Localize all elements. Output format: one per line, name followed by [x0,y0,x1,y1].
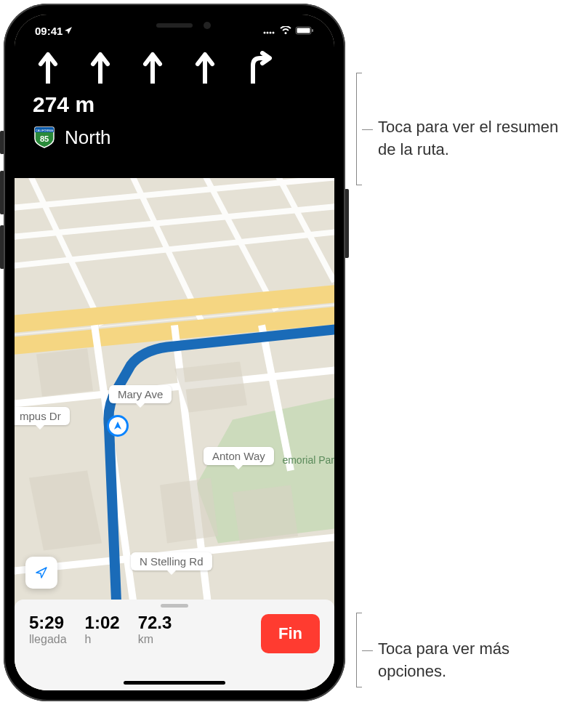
direction-info: CALIFORNIA 85 North [33,126,316,149]
arrival-stat: 5:29 llegada [29,613,67,646]
distance-stat: 72.3 km [138,613,172,646]
heading-arrow-icon [113,421,123,431]
svg-marker-15 [36,349,93,397]
panel-grabber[interactable] [161,604,188,608]
svg-text:85: 85 [40,134,49,143]
status-time: 09:41 [35,25,73,37]
trip-stats: 5:29 llegada 1:02 h 72.3 km [29,613,261,646]
lane-straight-icon [36,51,60,84]
time-value: 09:41 [35,25,63,37]
end-button[interactable]: Fin [261,614,320,653]
street-label: Anton Way [204,447,274,465]
location-arrow-icon [34,565,49,580]
home-indicator[interactable] [124,681,225,685]
lane-straight-icon [193,51,217,84]
arrival-time: 5:29 [29,613,67,633]
svg-point-0 [264,32,266,34]
cellular-icon [263,26,276,35]
battery-icon [295,26,314,35]
phone-frame: 09:41 [4,4,345,701]
lane-turn-right-icon [246,51,275,84]
tracking-button[interactable] [25,557,57,589]
wifi-icon [280,26,291,35]
current-location-marker [107,415,129,437]
duration-unit: h [85,633,120,646]
svg-point-1 [267,32,269,34]
phone-screen: 09:41 [15,15,334,690]
trip-info-panel[interactable]: 5:29 llegada 1:02 h 72.3 km Fin [15,600,334,690]
street-label: Mary Ave [109,385,172,403]
notch [98,15,251,36]
lane-straight-icon [141,51,164,84]
street-label: mpus Dr [15,407,70,425]
svg-point-4 [285,32,287,34]
svg-marker-13 [160,478,218,544]
lane-straight-icon [89,51,112,84]
lane-guidance [33,51,316,84]
map[interactable]: Mary Ave mpus Dr Anton Way N Stelling Rd… [15,178,334,690]
direction-label: North [65,126,111,149]
maneuver-distance: 274 m [33,92,316,117]
svg-point-2 [270,32,272,34]
location-services-icon [64,26,73,35]
svg-rect-6 [297,28,310,33]
duration-value: 1:02 [85,613,120,633]
svg-rect-7 [312,29,313,32]
distance-value: 72.3 [138,613,172,633]
duration-stat: 1:02 h [85,613,120,646]
park-label: emorial Par [282,454,334,466]
route-shield-icon: CALIFORNIA 85 [33,126,56,149]
svg-text:CALIFORNIA: CALIFORNIA [36,129,53,132]
callout-top: Toca para ver el resumen de la ruta. [378,116,567,161]
street-label: N Stelling Rd [131,552,212,570]
svg-point-3 [273,32,275,34]
callout-bottom: Toca para ver más opciones. [378,638,567,683]
svg-marker-16 [233,485,298,544]
distance-unit: km [138,633,172,646]
arrival-label: llegada [29,633,67,646]
status-icons [263,26,314,35]
